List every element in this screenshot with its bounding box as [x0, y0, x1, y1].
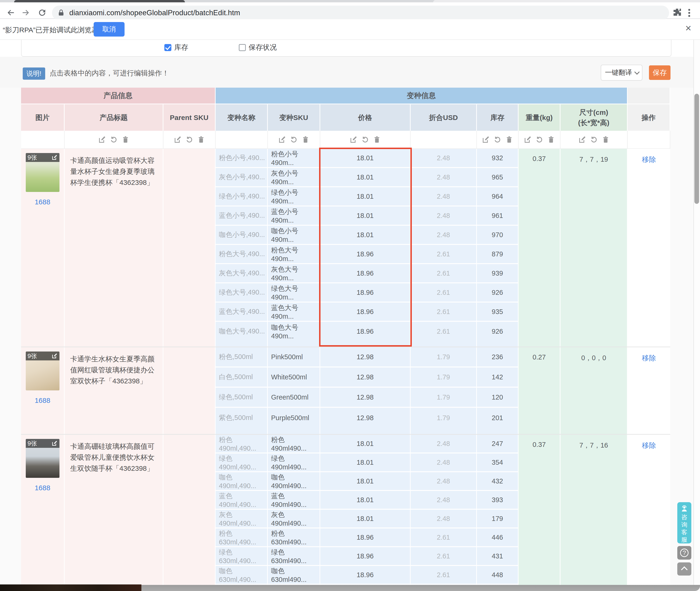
edit-icon[interactable]: [278, 136, 286, 144]
trash-icon[interactable]: [602, 136, 610, 144]
variant-sku-cell[interactable]: Purple500ml: [268, 408, 320, 428]
help-button[interactable]: ?: [677, 546, 691, 560]
variant-price-cell[interactable]: 18.01: [320, 472, 410, 491]
variant-sku-cell[interactable]: 绿色大号490m...: [268, 283, 320, 303]
variant-stock-cell[interactable]: 964: [477, 187, 518, 206]
variant-price-cell[interactable]: 18.96: [320, 547, 410, 566]
variant-usd-cell[interactable]: 2.61: [411, 322, 476, 341]
variant-name-cell[interactable]: 灰色490ml,490...: [216, 510, 267, 528]
variant-stock-cell[interactable]: 965: [477, 168, 518, 187]
source-1688-link[interactable]: 1688: [35, 396, 50, 404]
variant-usd-cell[interactable]: 2.48: [411, 187, 476, 206]
variant-stock-cell[interactable]: 431: [477, 547, 518, 566]
variant-stock-cell[interactable]: 247: [477, 435, 518, 453]
variant-usd-cell[interactable]: 2.61: [411, 264, 476, 283]
extensions-icon[interactable]: [672, 7, 683, 18]
variant-usd-cell[interactable]: 2.48: [411, 149, 476, 168]
variant-price-cell[interactable]: 12.98: [320, 388, 410, 408]
translate-button[interactable]: 一键翻译: [601, 65, 642, 81]
variant-sku-cell[interactable]: 灰色小号490m...: [268, 168, 320, 187]
variant-price-cell[interactable]: 18.01: [320, 187, 410, 206]
remove-link[interactable]: 移除: [642, 442, 656, 449]
trash-icon[interactable]: [122, 136, 130, 144]
variant-name-cell[interactable]: 绿色大号,490...: [216, 283, 267, 303]
variant-sku-cell[interactable]: 粉色490ml490...: [268, 435, 320, 453]
cancel-button[interactable]: 取消: [94, 22, 125, 37]
variant-stock-cell[interactable]: 879: [477, 245, 518, 264]
variant-price-cell[interactable]: 18.01: [320, 168, 410, 187]
variant-stock-cell[interactable]: 179: [477, 510, 518, 528]
variant-sku-cell[interactable]: Green500ml: [268, 388, 320, 408]
variant-usd-cell[interactable]: 2.48: [411, 472, 476, 491]
edit-icon[interactable]: [349, 136, 358, 144]
product-title[interactable]: 卡通高颜值运动吸管杯大容量水杯子女生健身夏季玻璃杯学生便携杯「4362398」: [65, 149, 163, 346]
variant-sku-cell[interactable]: 咖色630ml490...: [268, 566, 320, 585]
product-image[interactable]: 9张: [26, 439, 60, 478]
variant-name-cell[interactable]: 粉色小号,490...: [216, 149, 267, 168]
variant-usd-cell[interactable]: 2.48: [411, 453, 476, 472]
variant-name-cell[interactable]: 粉色大号,490...: [216, 245, 267, 264]
variant-price-cell[interactable]: 12.98: [320, 368, 410, 388]
source-1688-link[interactable]: 1688: [35, 198, 50, 206]
trash-icon[interactable]: [505, 136, 513, 144]
variant-name-cell[interactable]: 蓝色490ml,490...: [216, 491, 267, 510]
undo-icon[interactable]: [185, 136, 193, 144]
scrollbar-thumb[interactable]: [694, 94, 699, 204]
variant-stock-cell[interactable]: 926: [477, 322, 518, 341]
weight-cell[interactable]: 0.27: [519, 347, 560, 434]
variant-name-cell[interactable]: 咖色490ml,490...: [216, 472, 267, 491]
dimensions-cell[interactable]: 7，7，16: [560, 435, 628, 591]
variant-usd-cell[interactable]: 1.79: [411, 368, 476, 388]
trash-icon[interactable]: [197, 136, 205, 144]
variant-stock-cell[interactable]: 446: [477, 528, 518, 547]
stock-checkbox[interactable]: 库存: [164, 43, 188, 52]
variant-usd-cell[interactable]: 2.48: [411, 226, 476, 245]
variant-price-cell[interactable]: 18.96: [320, 303, 410, 322]
variant-sku-cell[interactable]: 绿色490ml490...: [268, 453, 320, 472]
variant-price-cell[interactable]: 18.01: [320, 453, 410, 472]
variant-usd-cell[interactable]: 2.61: [411, 245, 476, 264]
product-title[interactable]: 卡通高硼硅玻璃杯高颜值可爱吸管杯儿童便携饮水杯女生双饮随手杯「4362398」: [65, 435, 163, 591]
variant-price-cell[interactable]: 18.96: [320, 245, 410, 264]
variant-stock-cell[interactable]: 961: [477, 206, 518, 226]
reload-icon[interactable]: [37, 7, 47, 18]
variant-sku-cell[interactable]: 蓝色大号490m...: [268, 303, 320, 322]
variant-usd-cell[interactable]: 2.48: [411, 168, 476, 187]
variant-stock-cell[interactable]: 926: [477, 283, 518, 303]
parent-sku-cell[interactable]: [163, 347, 216, 434]
remove-link[interactable]: 移除: [642, 354, 656, 362]
parent-sku-cell[interactable]: [163, 435, 216, 591]
variant-usd-cell[interactable]: 1.79: [411, 388, 476, 408]
variant-name-cell[interactable]: 灰色小号,490...: [216, 168, 267, 187]
edit-icon[interactable]: [578, 136, 586, 144]
variant-usd-cell[interactable]: 1.79: [411, 347, 476, 368]
product-image[interactable]: 9张: [26, 153, 60, 192]
remove-link[interactable]: 移除: [642, 155, 656, 163]
variant-price-cell[interactable]: 18.01: [320, 491, 410, 510]
variant-name-cell[interactable]: 绿色630ml,490...: [216, 547, 267, 566]
browser-tab[interactable]: [14, 0, 185, 2]
variant-price-cell[interactable]: 18.01: [320, 149, 410, 168]
variant-stock-cell[interactable]: 932: [477, 149, 518, 168]
forward-icon[interactable]: [21, 7, 31, 18]
undo-icon[interactable]: [493, 136, 501, 144]
variant-price-cell[interactable]: 12.98: [320, 408, 410, 428]
back-to-top-button[interactable]: [677, 563, 691, 576]
dimensions-cell[interactable]: 0，0，0: [560, 347, 628, 434]
variant-stock-cell[interactable]: 354: [477, 453, 518, 472]
edit-icon[interactable]: [98, 136, 106, 144]
variant-sku-cell[interactable]: 蓝色小号490m...: [268, 206, 320, 226]
variant-name-cell[interactable]: 灰色大号,490...: [216, 264, 267, 283]
variant-name-cell[interactable]: 咖色小号,490...: [216, 226, 267, 245]
browser-menu-icon[interactable]: [687, 8, 692, 18]
edit-image-icon[interactable]: [52, 440, 58, 446]
edit-icon[interactable]: [174, 136, 182, 144]
variant-usd-cell[interactable]: 2.48: [411, 435, 476, 453]
variant-sku-cell[interactable]: 绿色630ml490...: [268, 547, 320, 566]
product-title[interactable]: 卡通学生水杯女生夏季高颜值网红吸管玻璃杯便捷办公室双饮杯子「4362398」: [65, 347, 163, 434]
variant-sku-cell[interactable]: 蓝色490ml490...: [268, 491, 320, 510]
trash-icon[interactable]: [373, 136, 381, 144]
variant-stock-cell[interactable]: 201: [477, 408, 518, 428]
variant-stock-cell[interactable]: 448: [477, 566, 518, 585]
edit-icon[interactable]: [482, 136, 490, 144]
